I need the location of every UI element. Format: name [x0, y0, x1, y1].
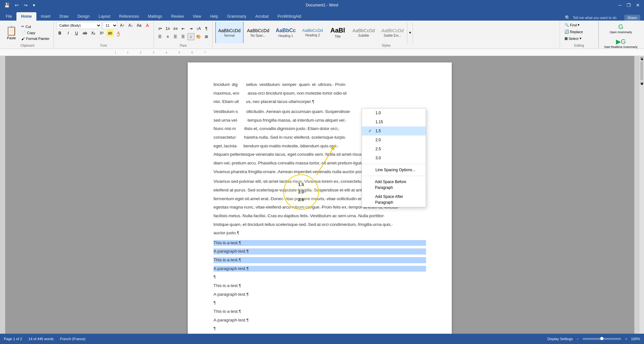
borders-button[interactable]: ⊞: [203, 33, 210, 40]
tab-review[interactable]: Review: [167, 12, 188, 21]
tab-design[interactable]: Design: [73, 12, 94, 21]
ls-item-2.0[interactable]: 2.0: [362, 135, 426, 144]
select-button[interactable]: ▦ Select ▾: [563, 35, 583, 42]
ls-item-1.0[interactable]: 1.0: [362, 108, 426, 117]
style-title[interactable]: AaBl Title: [327, 22, 349, 43]
vertical-scrollbar[interactable]: ▲ ▼: [639, 56, 644, 334]
strikethrough-button[interactable]: ab: [81, 30, 89, 37]
styles-group-label: Styles: [215, 43, 557, 47]
ls-item-2.5[interactable]: 2.5: [362, 144, 426, 153]
share-button[interactable]: Share: [624, 15, 640, 21]
superscript-button[interactable]: X²: [98, 30, 105, 37]
zoom-out-button[interactable]: −: [577, 337, 579, 341]
format-painter-button[interactable]: 🖌 Format Painter: [20, 36, 51, 41]
ls-option-before[interactable]: Add Space Before Paragraph: [362, 177, 426, 192]
document-area[interactable]: tincidunt· dig sellus· vestibulum· sempe…: [5, 56, 634, 334]
scroll-down-button[interactable]: ▼: [640, 82, 643, 85]
save-icon[interactable]: 💾: [3, 2, 11, 8]
tab-mailings[interactable]: Mailings: [143, 12, 166, 21]
font-grow-button[interactable]: A↑: [119, 22, 126, 29]
customize-icon[interactable]: ▾: [31, 2, 37, 8]
tab-home[interactable]: Home: [16, 12, 36, 21]
change-case-button[interactable]: Aa: [136, 22, 143, 29]
font-size-select[interactable]: 11 12: [103, 22, 118, 29]
ls-option-spacing[interactable]: Line Spacing Options...: [362, 165, 426, 174]
justify-button[interactable]: ☰: [180, 33, 187, 40]
font-name-select[interactable]: Calibri (Body): [56, 22, 101, 29]
font-controls: Calibri (Body) 11 12 A↑ A↓ Aa A B I U ab…: [56, 22, 151, 43]
bold-button[interactable]: B: [56, 30, 63, 37]
tab-help[interactable]: Help: [206, 12, 223, 21]
decrease-indent-button[interactable]: ⇤: [180, 25, 187, 32]
tell-me-text[interactable]: Tell me what you want to do: [573, 16, 617, 20]
style-subtitle[interactable]: AaBbCcDd Subtitle: [350, 22, 378, 43]
start-realtime-button[interactable]: ▶G Start Realtime Grammarly: [601, 36, 640, 50]
style-no-spacing[interactable]: AaBbCcDd No Spac...: [244, 22, 272, 43]
find-button[interactable]: 🔍 Find ▾: [563, 22, 582, 28]
redo-icon[interactable]: ↪: [22, 2, 29, 8]
style-subtitle-label: Subtitle: [358, 34, 369, 37]
subscript-button[interactable]: X₂: [90, 30, 97, 37]
restore-button[interactable]: ❐: [625, 2, 632, 8]
style-heading1-preview: AaBbCc: [276, 28, 296, 33]
line-spacing-button[interactable]: ↕: [187, 33, 194, 40]
ls-item-3.0[interactable]: 3.0: [362, 153, 426, 163]
underline-button[interactable]: U: [73, 30, 80, 37]
scroll-thumb[interactable]: [640, 61, 643, 80]
doc-para-test8: A·paragraph·test.¶: [213, 317, 426, 323]
editing-controls: 🔍 Find ▾ 🔄 Replace ▦ Select ▾: [563, 22, 585, 43]
style-heading1[interactable]: AaBbCc Heading 1: [273, 22, 298, 43]
doc-para-17: tristique·quam,·et·tincidunt·tellus·scel…: [213, 222, 426, 228]
tab-acrobat[interactable]: Acrobat: [251, 12, 273, 21]
circle-annotation: 1.5 2.0 2.5: [283, 174, 319, 210]
paste-button[interactable]: 📋 Paste: [4, 24, 19, 41]
show-formatting-button[interactable]: ¶: [203, 25, 210, 32]
zoom-in-button[interactable]: +: [625, 337, 627, 341]
style-heading2[interactable]: AaBbCcDd Heading 2: [299, 22, 326, 43]
zoom-slider[interactable]: [582, 338, 621, 340]
styles-scroll-button[interactable]: ▼: [407, 22, 413, 43]
minimize-button[interactable]: ─: [617, 2, 623, 8]
tab-draw[interactable]: Draw: [55, 12, 73, 21]
font-color-button[interactable]: A: [115, 30, 122, 37]
tab-view[interactable]: View: [188, 12, 206, 21]
tab-prowritingaid[interactable]: ProWritingAid: [273, 12, 306, 21]
clear-formatting-button[interactable]: A: [144, 22, 151, 29]
style-subtle-em[interactable]: AaBbCcDd Subtle Em...: [378, 22, 406, 43]
copy-button[interactable]: 📄 Copy: [20, 30, 51, 35]
undo-icon[interactable]: ↩: [13, 2, 20, 8]
doc-para-test3: This·is·a·test.¶: [213, 257, 426, 263]
multilevel-list-button[interactable]: ≡≡: [172, 25, 179, 32]
shading-button[interactable]: 🎨: [195, 33, 202, 40]
align-right-button[interactable]: ☰: [172, 33, 179, 40]
tab-references[interactable]: References: [115, 12, 143, 21]
styles-list: AaBbCcDd Normal AaBbCcDd No Spac... AaBb…: [215, 22, 413, 43]
increase-indent-button[interactable]: ⇥: [187, 25, 194, 32]
numbering-button[interactable]: 1≡: [164, 25, 171, 32]
font-shrink-button[interactable]: A↓: [127, 22, 134, 29]
scroll-up-button[interactable]: ▲: [640, 57, 643, 60]
replace-button[interactable]: 🔄 Replace: [563, 29, 585, 35]
start-realtime-label: Start Realtime Grammarly: [604, 45, 638, 49]
close-button[interactable]: ✕: [634, 2, 641, 8]
cut-button[interactable]: ✂ Cut: [20, 24, 51, 29]
grammarly-controls: G Open Grammarly ▶G Start Realtime Gramm…: [601, 22, 640, 50]
tab-file[interactable]: File: [1, 12, 16, 21]
ls-item-1.5[interactable]: ✓ 1.5: [362, 126, 426, 135]
bullets-button[interactable]: ≡•: [156, 25, 164, 32]
tab-layout[interactable]: Layout: [94, 12, 115, 21]
open-grammarly-button[interactable]: G Open Grammarly: [607, 22, 634, 35]
align-center-button[interactable]: ≡: [164, 33, 171, 40]
align-left-button[interactable]: ☰: [156, 33, 164, 40]
doc-para-test5: This·is·a·test.¶: [213, 283, 426, 289]
display-settings-button[interactable]: Display Settings: [547, 337, 573, 341]
ls-option-after[interactable]: Add Space After Paragraph: [362, 192, 426, 207]
tab-grammarly[interactable]: Grammarly: [223, 12, 251, 21]
tab-insert[interactable]: Insert: [36, 12, 55, 21]
search-tell-me-icon[interactable]: 🔍: [565, 15, 570, 20]
italic-button[interactable]: I: [65, 30, 72, 37]
highlight-button[interactable]: ab: [107, 30, 114, 37]
sort-button[interactable]: ↕A: [195, 25, 202, 32]
ls-item-1.15[interactable]: 1.15: [362, 117, 426, 126]
style-normal[interactable]: AaBbCcDd Normal: [215, 22, 243, 43]
